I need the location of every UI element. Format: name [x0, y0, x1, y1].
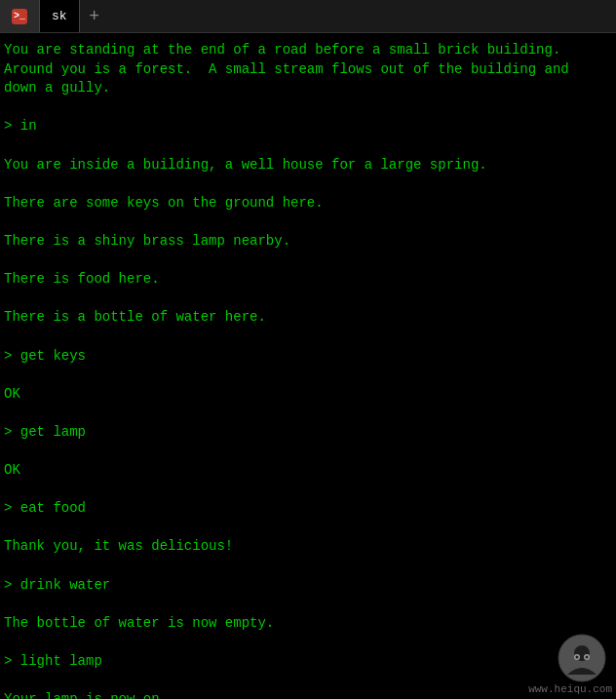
terminal-line [4, 136, 612, 156]
terminal-line [4, 404, 612, 423]
tab-bar: >_ sk + [0, 0, 616, 33]
terminal-line: > eat food [4, 499, 612, 519]
terminal-line: You are standing at the end of a road be… [4, 41, 612, 60]
terminal-line [4, 175, 612, 194]
terminal-line [4, 519, 612, 538]
terminal-line [4, 481, 612, 500]
terminal-line [4, 557, 612, 576]
terminal-line: Your lamp is now on. [4, 690, 612, 699]
terminal-line: > light lamp [4, 652, 612, 672]
terminal-line: Around you is a forest. A small stream f… [4, 60, 612, 80]
add-tab-button[interactable]: + [80, 0, 109, 32]
terminal-line: There is a shiny brass lamp nearby. [4, 232, 612, 252]
terminal-line [4, 213, 612, 232]
terminal-line [4, 633, 612, 652]
terminal-line [4, 442, 612, 461]
tab-item-1[interactable]: >_ [0, 0, 40, 32]
terminal-icon: >_ [12, 9, 27, 24]
terminal-line [4, 366, 612, 385]
terminal-line [4, 290, 612, 309]
watermark-text: www.heiqu.com [524, 680, 616, 699]
terminal-line: down a gully. [4, 79, 612, 98]
svg-point-4 [576, 656, 579, 659]
tab-item-2[interactable]: sk [40, 0, 80, 32]
terminal-line [4, 672, 612, 691]
terminal-line: There is food here. [4, 270, 612, 290]
terminal-line: OK [4, 461, 612, 481]
terminal-line [4, 595, 612, 614]
terminal-line: You are inside a building, a well house … [4, 156, 612, 175]
terminal-line [4, 328, 612, 347]
terminal-line: Thank you, it was delicious! [4, 537, 612, 557]
terminal-line: The bottle of water is now empty. [4, 614, 612, 634]
terminal-line [4, 98, 612, 118]
terminal-line: OK [4, 385, 612, 405]
terminal-line [4, 252, 612, 271]
tab-label: sk [52, 9, 67, 23]
terminal: You are standing at the end of a road be… [0, 33, 616, 699]
svg-point-5 [586, 656, 589, 659]
terminal-line: > get keys [4, 347, 612, 367]
terminal-line: There are some keys on the ground here. [4, 194, 612, 214]
terminal-line: There is a bottle of water here. [4, 308, 612, 328]
terminal-line: > get lamp [4, 423, 612, 443]
terminal-line: > drink water [4, 576, 612, 596]
terminal-line: > in [4, 117, 612, 136]
